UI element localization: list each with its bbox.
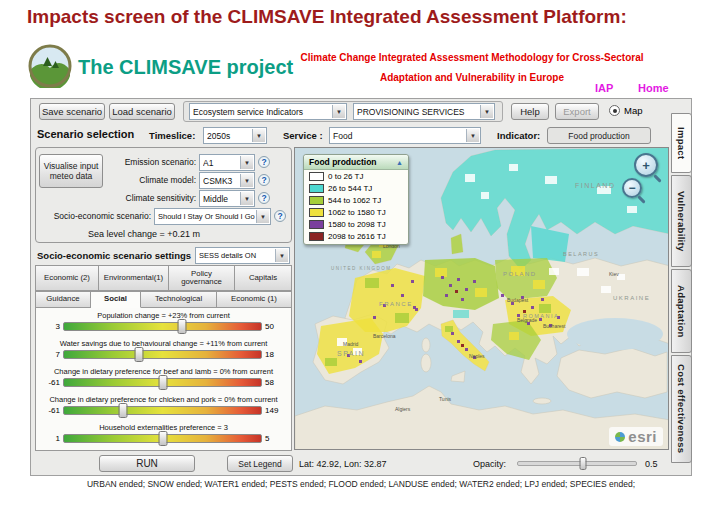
sess-details-value: SESS details ON [199,251,270,260]
legend-item-label: 26 to 544 TJ [328,184,372,193]
map-legend: Food production ▲ 0 to 26 TJ 26 to 544 T… [303,154,409,245]
slider-thumb[interactable] [119,403,128,418]
socio-economic-scenario-label: Socio-economic scenario: [36,211,151,221]
legend-item-label: 544 to 1062 TJ [328,196,381,205]
tab-impact[interactable]: Impact [671,113,692,173]
map-label-united-kingdom: UNITED KINGDOM [331,266,392,271]
legend-swatch [309,220,324,229]
set-legend-button[interactable]: Set Legend [227,455,293,472]
map-label-tunis: Tunis [439,396,452,402]
service-value: Food [333,131,366,141]
opacity-slider[interactable] [517,461,637,466]
legend-item: 1062 to 1580 TJ [304,206,408,218]
opacity-value: 0.5 [645,459,658,469]
legend-item-label: 1062 to 1580 TJ [328,208,386,217]
legend-item: 544 to 1062 TJ [304,194,408,206]
zoom-in-icon[interactable]: + [634,153,658,177]
opacity-slider-thumb[interactable] [579,457,586,470]
slider-track[interactable] [63,406,262,415]
export-button[interactable]: Export [555,103,599,120]
slider-track[interactable] [63,350,262,359]
map-view-radio[interactable]: Map [609,105,642,116]
tab-vulnerability[interactable]: Vulnerability [671,175,692,267]
legend-collapse-icon[interactable]: ▲ [396,159,403,166]
emission-scenario-dropdown[interactable]: A1 [199,154,255,171]
save-scenario-button[interactable]: Save scenario [39,103,105,120]
zoom-in-glyph: + [642,158,650,173]
socio-economic-scenario-dropdown[interactable]: Should I Stay Or Should I Go [154,208,271,225]
tab-economic-2[interactable]: Economic (2) [35,265,99,291]
service-dropdown[interactable]: Food [329,127,481,144]
zoom-out-glyph: − [628,181,635,195]
tab-policy-governance[interactable]: Policy governance [169,265,235,291]
emission-help-icon[interactable]: ? [258,156,270,168]
legend-swatch [309,184,324,193]
visualise-meteo-button[interactable]: Visualise input meteo data [39,154,103,188]
tagline-line2: Adaptation and Vulnerability in Europe [260,72,684,83]
climate-sensitivity-label: Climate sensitivity: [94,193,196,203]
slider-thumb[interactable] [158,375,167,390]
legend-swatch [309,208,324,217]
tab-environmental-1[interactable]: Environmental(1) [99,265,169,291]
sess-details-dropdown[interactable]: SESS details ON [195,247,290,264]
nav-home-link[interactable]: Home [638,82,669,94]
socio-economic-help-icon[interactable]: ? [274,210,286,222]
map-panel[interactable]: FINLAND UNITED KINGDOM POLAND BELARUS UK… [294,147,669,450]
tab-social[interactable]: Social [91,291,141,308]
tab-adaptation[interactable]: Adaptation [671,269,692,353]
slider-min-value: 1 [40,434,60,443]
legend-item: 0 to 26 TJ [304,170,408,182]
slider-track[interactable] [63,322,262,331]
slider-thumb[interactable] [134,347,143,362]
scenario-selection-heading: Scenario selection [37,128,134,140]
slider-track[interactable] [63,434,262,443]
map-label-ukraine: UKRAINE [613,295,650,301]
slider-thumb[interactable] [158,431,167,446]
map-legend-header[interactable]: Food production ▲ [304,155,408,170]
load-scenario-button[interactable]: Load scenario [109,103,175,120]
nav-iap-link[interactable]: IAP [595,82,613,94]
climate-sensitivity-value: Middle [203,194,242,204]
slider-min-value: 7 [40,350,60,359]
slider-track[interactable] [63,378,262,387]
indicator-group-dropdown[interactable]: Ecosystem service Indicators [189,103,347,120]
emission-value: A1 [203,158,227,168]
timeslice-dropdown[interactable]: 2050s [203,127,267,144]
tab-capitals[interactable]: Capitals [235,265,292,291]
emission-scenario-label: Emission scenario: [104,157,196,167]
slider-thumb[interactable] [178,319,187,334]
indicator-value-box: Food production [547,127,651,144]
socio-economic-value: Should I Stay Or Should I Go [158,212,269,221]
legend-item-label: 0 to 26 TJ [328,172,363,181]
tab-technological[interactable]: Technological [141,291,217,308]
timeslice-label: Timeslice: [149,130,195,141]
slider-max-value: 58 [265,378,287,387]
climate-model-dropdown[interactable]: CSMK3 [199,172,255,189]
tagline-line1: Climate Change Integrated Assessment Met… [260,52,684,63]
slider-max-value: 5 [265,434,287,443]
services-value: PROVISIONING SERVICES [357,107,479,117]
climate-model-value: CSMK3 [203,176,246,186]
slide-title: Impacts screen of the CLIMSAVE Integrate… [27,6,707,28]
map-label-france: FRANCE [379,301,413,307]
tab-cost-effectiveness[interactable]: Cost effectiveness [671,355,692,463]
slider-min-value: -61 [40,406,60,415]
climate-model-help-icon[interactable]: ? [258,174,270,186]
model-status-bar: URBAN ended; SNOW ended; WATER1 ended; P… [30,479,692,489]
climate-sensitivity-help-icon[interactable]: ? [258,192,270,204]
zoom-out-icon[interactable]: − [622,178,642,198]
esri-logo: esri [609,427,663,446]
slider-population-change: Population change = +23% from current 3 … [36,309,291,337]
tab-guidance[interactable]: Guidance [35,291,91,308]
slider-min-value: -61 [40,378,60,387]
tab-economic-1[interactable]: Economic (1) [217,291,292,308]
climate-scenario-box: Visualise input meteo data Emission scen… [35,147,292,243]
climate-sensitivity-dropdown[interactable]: Middle [199,190,255,207]
slider-max-value: 149 [265,406,287,415]
help-button[interactable]: Help [511,103,549,120]
map-label-budapest: Budapest [507,297,529,303]
services-dropdown[interactable]: PROVISIONING SERVICES [353,103,495,120]
slider-max-value: 50 [265,322,287,331]
run-button[interactable]: RUN [99,455,195,472]
map-label-algiers: Algiers [395,406,411,412]
